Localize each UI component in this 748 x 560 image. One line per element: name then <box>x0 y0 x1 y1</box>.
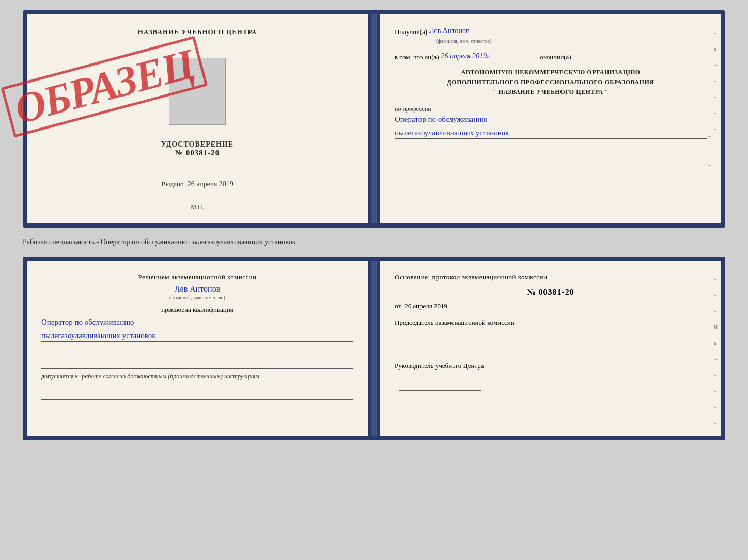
po-professii-label: по профессии <box>395 105 431 113</box>
person-name: Лев Антонов <box>41 284 353 294</box>
document-container: ОБРАЗЕЦ НАЗВАНИЕ УЧЕБНОГО ЦЕНТРА УДОСТОВ… <box>23 10 725 440</box>
profession-value-2: пылегазоулавливающих установок <box>395 129 707 139</box>
org-block: АВТОНОМНУЮ НЕКОММЕРЧЕСКУЮ ОРГАНИЗАЦИЮ ДО… <box>395 68 707 98</box>
predsedatel-label: Председатель экзаменационной комиссии <box>395 318 707 327</box>
dopuskaetsya-label: допускается к <box>41 373 78 380</box>
org-line1: АВТОНОМНУЮ НЕКОММЕРЧЕСКУЮ ОРГАНИЗАЦИЮ <box>395 68 707 77</box>
book-spine-1 <box>371 14 377 223</box>
stamp-overlay: ОБРАЗЕЦ <box>26 20 183 154</box>
poluchil-row: Получил(а) Лев Антонов – <box>395 27 707 36</box>
qual-value-2: пылегазоулавливающих установок <box>41 331 353 342</box>
blank-line-3 <box>41 391 353 400</box>
vydano-label: Выдано <box>161 180 183 188</box>
protocol-number: № 00381-20 <box>395 287 707 297</box>
side-marks: – а ← – – – – <box>714 30 719 132</box>
rukovoditel-sig-line <box>399 380 481 391</box>
right-marks-bottom: – – – – <box>708 133 711 182</box>
mp-label: М.П. <box>191 203 204 211</box>
middle-label: Рабочая специальность - Оператор по обсл… <box>23 236 725 248</box>
ot-line: от 26 апреля 2019 <box>395 302 707 310</box>
ot-date: 26 апреля 2019 <box>404 302 447 310</box>
left-page-1: ОБРАЗЕЦ НАЗВАНИЕ УЧЕБНОГО ЦЕНТРА УДОСТОВ… <box>27 14 368 223</box>
blank-line-1 <box>41 346 353 355</box>
left-page-2: Решением экзаменационной комиссии Лев Ан… <box>27 261 368 436</box>
right-page-1: – а ← – – – – Получил(а) Лев Антонов – (… <box>380 14 721 223</box>
blank-line-2 <box>41 359 353 369</box>
side-marks-2: – – – И а ← – – – – <box>714 276 719 426</box>
vtom-label: в том, что он(а) <box>395 53 439 61</box>
photo-placeholder <box>169 58 226 125</box>
book-spine-2 <box>371 261 377 436</box>
predsedatel-block: Председатель экзаменационной комиссии <box>395 318 707 349</box>
ot-label: от <box>395 302 401 310</box>
decision-text: Решением экзаменационной комиссии <box>41 273 353 281</box>
osnov-label: Основание: протокол экзаменационной коми… <box>395 273 707 281</box>
dopuskaetsya-value: работе согласно должностным (производств… <box>82 373 259 380</box>
right-page-2: – – – И а ← – – – – Основание: протокол … <box>380 261 721 436</box>
vydano-date: 26 апреля 2019 <box>188 180 233 188</box>
profession-block: по профессии Оператор по обслуживанию пы… <box>395 104 707 139</box>
org-line3: " НАЗВАНИЕ УЧЕБНОГО ЦЕНТРА " <box>395 87 707 97</box>
vtom-date: 26 апреля 2019г. <box>441 52 534 61</box>
fio-sub-1: (фамилия, имя, отчество) <box>436 38 707 44</box>
qual-value-1: Оператор по обслуживанию <box>41 318 353 328</box>
fio-sub-2: (фамилия, имя, отчество) <box>151 294 244 300</box>
udostoverenie-label: УДОСТОВЕРЕНИЕ <box>161 140 233 149</box>
rukovoditel-label: Руководитель учебного Центра <box>395 362 707 370</box>
poluchil-value: Лев Антонов <box>429 27 697 36</box>
center-title: НАЗВАНИЕ УЧЕБНОГО ЦЕНТРА <box>138 28 257 36</box>
rukovoditel-block: Руководитель учебного Центра <box>395 362 707 393</box>
poluchil-label: Получил(а) <box>395 28 427 36</box>
dash1: – <box>704 28 707 36</box>
certificate-number: № 00381-20 <box>161 149 233 157</box>
predsedatel-sig-line <box>399 337 481 347</box>
prisvoena-label: присвоена квалификация <box>41 306 353 314</box>
org-line2: ДОПОЛНИТЕЛЬНОГО ПРОФЕССИОНАЛЬНОГО ОБРАЗО… <box>395 77 707 87</box>
vtom-row: в том, что он(а) 26 апреля 2019г. окончи… <box>395 52 707 61</box>
certificate-book-1: ОБРАЗЕЦ НАЗВАНИЕ УЧЕБНОГО ЦЕНТРА УДОСТОВ… <box>23 10 725 228</box>
profession-value-1: Оператор по обслуживанию <box>395 115 707 125</box>
okoncil-label: окончил(а) <box>540 53 571 61</box>
dopuskaetsya-block: допускается к работе согласно должностны… <box>41 373 353 380</box>
certificate-book-2: Решением экзаменационной комиссии Лев Ан… <box>23 257 725 440</box>
